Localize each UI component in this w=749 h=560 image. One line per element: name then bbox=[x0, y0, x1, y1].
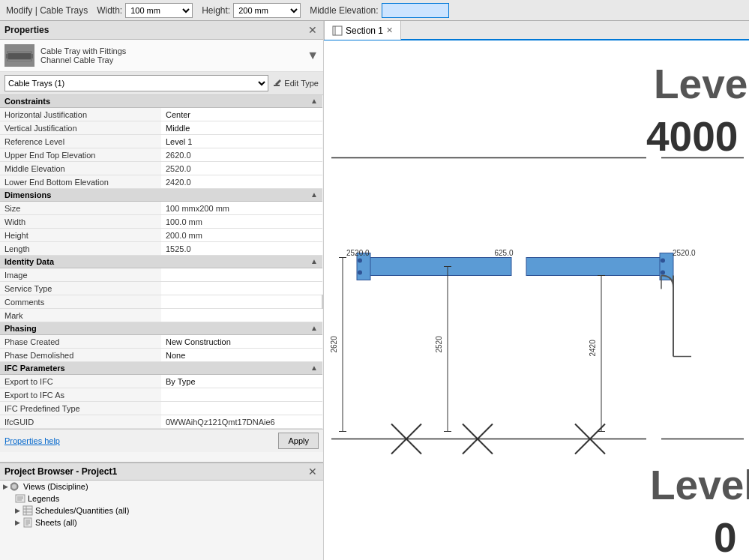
tree-item-schedules[interactable]: ▶ Schedules/Quantities (all) bbox=[0, 505, 323, 517]
tree-item-legends[interactable]: Legends bbox=[0, 493, 323, 505]
identity-data-section: Identity Data ▲ bbox=[0, 256, 322, 268]
svg-rect-5 bbox=[31, 54, 33, 58]
prop-label: IFC Predefined Type bbox=[0, 402, 161, 415]
prop-value[interactable] bbox=[161, 282, 322, 295]
phasing-collapse-icon[interactable]: ▲ bbox=[310, 324, 318, 332]
connector-dot-r1 bbox=[661, 259, 665, 263]
element-name: Cable Tray with Fittings bbox=[40, 46, 301, 55]
prop-value[interactable]: Middle bbox=[161, 121, 322, 135]
sheets-icon bbox=[22, 517, 33, 528]
constraints-label: Constraints bbox=[4, 97, 50, 106]
section-1-tab[interactable]: Section 1 ✕ bbox=[324, 21, 401, 40]
prop-value[interactable]: New Construction bbox=[161, 335, 322, 349]
table-row: IfcGUID 0WWAihQz121Qmt17DNAie6 bbox=[0, 415, 322, 429]
table-row: Upper End Top Elevation 2620.0 bbox=[0, 148, 322, 162]
views-label: Views (Discipline) bbox=[23, 482, 88, 491]
prop-value[interactable]: By Type bbox=[161, 375, 322, 388]
connector-dot-l2 bbox=[358, 271, 362, 275]
left-panel: Properties ✕ Cable Tray with Fitt bbox=[0, 21, 324, 560]
dim-label-center: 2520 bbox=[435, 336, 443, 353]
phasing-label: Phasing bbox=[4, 324, 37, 333]
prop-value[interactable] bbox=[161, 402, 322, 415]
prop-label: Phase Demolished bbox=[0, 349, 161, 362]
ifc-parameters-collapse-icon[interactable]: ▲ bbox=[310, 364, 318, 372]
tree-item-sheets[interactable]: ▶ Sheets (all) bbox=[0, 517, 323, 529]
svg-rect-4 bbox=[6, 54, 8, 58]
table-row: Height 200.0 mm bbox=[0, 229, 322, 242]
tree-item-views[interactable]: ▶ Views (Discipline) bbox=[0, 481, 323, 493]
prop-label: Service Type bbox=[0, 282, 161, 295]
level2-text: Level 2 bbox=[654, 61, 749, 107]
prop-value[interactable]: Center bbox=[161, 108, 322, 121]
prop-value: 2420.0 bbox=[161, 175, 322, 189]
element-info: Cable Tray with Fittings Channel Cable T… bbox=[0, 40, 323, 72]
prop-value[interactable] bbox=[161, 268, 322, 282]
views-expand-icon: ▶ bbox=[3, 483, 8, 490]
table-row: Service Type bbox=[0, 282, 322, 295]
prop-value[interactable] bbox=[161, 388, 322, 402]
properties-header: Properties ✕ bbox=[0, 21, 323, 40]
legends-label: Legends bbox=[28, 494, 59, 503]
constraints-collapse-icon[interactable]: ▲ bbox=[310, 97, 318, 105]
views-folder-icon bbox=[10, 481, 21, 492]
tab-bar: Section 1 ✕ bbox=[324, 21, 749, 40]
prop-value[interactable] bbox=[161, 295, 322, 309]
elevation-4000-text: 4000 bbox=[646, 113, 738, 160]
element-type: Channel Cable Tray bbox=[40, 55, 301, 64]
ifc-parameters-label: IFC Parameters bbox=[4, 364, 65, 373]
prop-value: 100 mmx200 mm bbox=[161, 202, 322, 215]
element-arrow-icon: ▼ bbox=[307, 49, 319, 62]
svg-rect-14 bbox=[23, 506, 32, 515]
prop-value[interactable]: Level 1 bbox=[161, 135, 322, 148]
dimensions-collapse-icon[interactable]: ▲ bbox=[310, 190, 318, 199]
prop-value: 0WWAihQz121Qmt17DNAie6 bbox=[161, 415, 322, 429]
cable-tray-right bbox=[526, 258, 661, 276]
phasing-section: Phasing ▲ bbox=[0, 322, 322, 335]
left-connector bbox=[357, 253, 370, 280]
identity-data-collapse-icon[interactable]: ▲ bbox=[310, 257, 318, 265]
dim-label-left: 2620 bbox=[330, 336, 338, 353]
connector-dot-r2 bbox=[661, 271, 665, 275]
middle-elevation-input[interactable]: 2520.0 mm bbox=[382, 3, 449, 18]
properties-actions: Properties help Apply bbox=[0, 429, 323, 452]
prop-label: Mark bbox=[0, 309, 161, 322]
element-description: Cable Tray with Fittings Channel Cable T… bbox=[40, 46, 301, 64]
schedules-icon bbox=[22, 505, 33, 516]
prop-label: Width bbox=[0, 215, 161, 229]
svg-marker-7 bbox=[275, 79, 281, 85]
section-tab-close-icon[interactable]: ✕ bbox=[386, 25, 393, 35]
dimensions-section: Dimensions ▲ bbox=[0, 189, 322, 202]
sheets-label: Sheets (all) bbox=[35, 518, 77, 527]
prop-label: Length bbox=[0, 242, 161, 256]
schedules-label: Schedules/Quantities (all) bbox=[35, 506, 129, 515]
table-row: Export to IFC As bbox=[0, 388, 322, 402]
toolbar: Modify | Cable Trays Width: 100 mm 50 mm… bbox=[0, 0, 749, 21]
prop-label: Horizontal Justification bbox=[0, 108, 161, 121]
properties-help-link[interactable]: Properties help bbox=[4, 436, 60, 445]
prop-label: Size bbox=[0, 202, 161, 215]
table-row: Export to IFC By Type bbox=[0, 375, 322, 388]
apply-button[interactable]: Apply bbox=[278, 433, 319, 449]
cable-tray-left bbox=[361, 258, 511, 276]
height-select[interactable]: 200 mm 100 mm 150 mm 300 mm bbox=[233, 3, 301, 18]
properties-close-button[interactable]: ✕ bbox=[307, 24, 319, 36]
middle-elevation-group: Middle Elevation: 2520.0 mm bbox=[310, 3, 448, 18]
browser-header: Project Browser - Project1 ✕ bbox=[0, 463, 323, 481]
prop-value: 1525.0 bbox=[161, 242, 322, 256]
width-select[interactable]: 100 mm 50 mm 75 mm 150 mm 200 mm bbox=[125, 3, 193, 18]
browser-close-button[interactable]: ✕ bbox=[307, 466, 319, 478]
table-row: Size 100 mmx200 mm bbox=[0, 202, 322, 215]
prop-value[interactable]: None bbox=[161, 349, 322, 362]
prop-value: 200.0 mm bbox=[161, 229, 322, 242]
legends-icon bbox=[15, 493, 25, 504]
type-select[interactable]: Cable Trays (1) bbox=[4, 75, 268, 91]
sheets-expand-icon: ▶ bbox=[15, 519, 20, 526]
table-row: Comments bbox=[0, 295, 322, 309]
svg-rect-18 bbox=[24, 518, 31, 527]
center-elev-label: 625.0 bbox=[494, 249, 513, 257]
middle-elevation-label: Middle Elevation: bbox=[310, 5, 378, 16]
right-panel: Section 1 ✕ Level 2 4000 bbox=[324, 21, 749, 560]
section-viewport[interactable]: Level 2 4000 bbox=[324, 40, 749, 560]
prop-value[interactable] bbox=[161, 309, 322, 322]
edit-type-button[interactable]: Edit Type bbox=[273, 79, 319, 88]
